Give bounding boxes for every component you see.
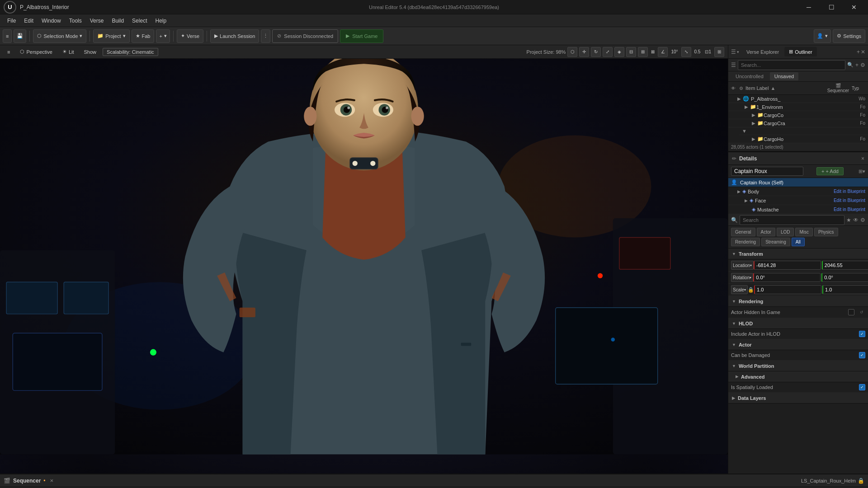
- tree-item-3[interactable]: ▶ 📁 CargoCra Fo: [728, 119, 868, 127]
- outliner-label-col[interactable]: Item Label ▲: [745, 85, 825, 91]
- advanced-section-header[interactable]: ▶ Advanced: [728, 371, 868, 382]
- lit-button[interactable]: ☀ Lit: [59, 48, 78, 56]
- edit-body-blueprint[interactable]: Edit in Blueprint: [834, 189, 865, 194]
- rotation-dropdown[interactable]: Rotation ▾: [731, 273, 753, 282]
- tree-item-1[interactable]: ▶ 📁 1_Environm Fo: [728, 103, 868, 111]
- fab-button[interactable]: ★ Fab: [132, 29, 155, 43]
- tree-expand-indicator[interactable]: ▼: [739, 127, 868, 135]
- edit-mustache-blueprint[interactable]: Edit in Blueprint: [834, 207, 865, 212]
- can-be-damaged-checkbox[interactable]: ✓: [859, 352, 865, 358]
- menu-verse[interactable]: Verse: [86, 17, 108, 25]
- perspective-button[interactable]: ⬡ Perspective: [16, 48, 56, 56]
- toolbar-more-button[interactable]: ⋮: [261, 29, 270, 43]
- sidebar-toggle-button[interactable]: ≡: [3, 29, 12, 43]
- settings-button[interactable]: ⚙ Settings: [833, 29, 865, 43]
- translate-icon[interactable]: ✛: [579, 47, 589, 57]
- edit-face-blueprint[interactable]: Edit in Blueprint: [834, 198, 865, 203]
- verse-explorer-tab[interactable]: Verse Explorer: [742, 47, 783, 56]
- scale-x-input[interactable]: [754, 285, 821, 294]
- panel-options-icon[interactable]: ☰: [731, 49, 736, 55]
- filter-uncontrolled[interactable]: Uncontrolled: [731, 72, 768, 80]
- menu-file[interactable]: File: [4, 17, 19, 25]
- launch-session-button[interactable]: ▶ Launch Session: [210, 29, 259, 43]
- cat-misc[interactable]: Misc: [795, 228, 813, 236]
- spatially-loaded-checkbox[interactable]: ✓: [859, 384, 865, 390]
- grid-snap-icon[interactable]: ⊞: [638, 47, 648, 57]
- viewport-canvas[interactable]: [0, 59, 728, 474]
- scale-icon[interactable]: ⤢: [603, 47, 613, 57]
- selected-actor-row[interactable]: 👤 Captain Roux (Self): [728, 178, 868, 187]
- transform-section-header[interactable]: ▼ Transform: [728, 249, 868, 259]
- add-icon[interactable]: +: [855, 62, 859, 68]
- rendering-section-header[interactable]: ▼ Rendering: [728, 296, 868, 307]
- hlod-section-header[interactable]: ▼ HLOD: [728, 318, 868, 329]
- location-dropdown[interactable]: Location ▾: [731, 261, 754, 270]
- data-layers-section-header[interactable]: ▶ Data Layers: [728, 393, 868, 404]
- panel-add-icon[interactable]: +: [857, 49, 860, 55]
- actor-name-input[interactable]: [731, 167, 803, 176]
- settings-icon[interactable]: ⚙: [860, 217, 865, 223]
- cat-lod[interactable]: LOD: [777, 228, 794, 236]
- details-search-input[interactable]: [740, 215, 844, 225]
- world-partition-section-header[interactable]: ▼ World Partition: [728, 361, 868, 371]
- menu-edit[interactable]: Edit: [20, 17, 37, 25]
- quick-add-button[interactable]: + ▾: [156, 29, 170, 43]
- verse-button[interactable]: ✦ Verse: [177, 29, 203, 43]
- settings-icon[interactable]: ⚙: [860, 62, 865, 68]
- chevron-icon[interactable]: ▾: [737, 50, 739, 54]
- save-button[interactable]: 💾: [14, 29, 26, 43]
- tree-item-0[interactable]: ▶ 🌐 P_Albatross_ Wo: [728, 95, 868, 103]
- cat-rendering[interactable]: Rendering: [731, 238, 760, 246]
- select-mode-icon[interactable]: ⬡: [567, 47, 577, 57]
- menu-select[interactable]: Select: [128, 17, 151, 25]
- cat-streaming[interactable]: Streaming: [761, 238, 790, 246]
- scale-lock-button[interactable]: 🔒: [748, 286, 754, 293]
- details-options-button[interactable]: ⊞▾: [859, 169, 865, 174]
- actor-hidden-reset[interactable]: ↺: [858, 309, 865, 316]
- show-button[interactable]: Show: [80, 48, 100, 56]
- details-close-button[interactable]: ×: [861, 155, 864, 162]
- add-component-button[interactable]: + + Add: [816, 167, 844, 175]
- scale-dropdown[interactable]: Scale ▾: [731, 285, 748, 294]
- menu-icon[interactable]: ☰: [731, 62, 736, 68]
- minimize-button[interactable]: ─: [798, 0, 819, 14]
- component-face-row[interactable]: ▶ ◈ Face Edit in Blueprint: [728, 196, 868, 205]
- actor-section-header[interactable]: ▼ Actor: [728, 339, 868, 350]
- angle-snap-icon[interactable]: ∠: [658, 47, 668, 57]
- menu-tools[interactable]: Tools: [66, 17, 85, 25]
- tree-item-2[interactable]: ▶ 📁 CargoCo Fo: [728, 111, 868, 119]
- filter-unsaved[interactable]: Unsaved: [770, 72, 798, 80]
- viewport-options-button[interactable]: ≡: [4, 48, 14, 56]
- cat-physics[interactable]: Physics: [814, 228, 838, 236]
- panel-close-icon[interactable]: ✕: [861, 49, 865, 55]
- location-x-input[interactable]: [754, 261, 821, 270]
- rotation-y-input[interactable]: [821, 273, 868, 282]
- include-hlod-checkbox[interactable]: ✓: [859, 331, 865, 337]
- maximize-viewport-icon[interactable]: ⊞: [714, 47, 724, 57]
- tree-item-4[interactable]: ▶ 📁 CargoHo Fo: [728, 135, 868, 143]
- scale-snap-icon[interactable]: ⤡: [681, 47, 691, 57]
- cat-all[interactable]: All: [792, 238, 805, 246]
- cat-actor[interactable]: Actor: [757, 228, 775, 236]
- maximize-button[interactable]: ☐: [821, 0, 842, 14]
- outliner-tab[interactable]: ⊞ Outliner: [784, 47, 817, 56]
- actor-hidden-checkbox[interactable]: [848, 309, 854, 315]
- sequencer-close-button[interactable]: ×: [50, 477, 54, 484]
- location-y-input[interactable]: [822, 261, 868, 270]
- close-button[interactable]: ✕: [844, 0, 864, 14]
- project-button[interactable]: 📁 Project ▾: [93, 29, 129, 43]
- surface-snapping-icon[interactable]: ⊟: [626, 47, 636, 57]
- component-body-row[interactable]: ▶ ◈ Body Edit in Blueprint: [728, 187, 868, 196]
- cat-general[interactable]: General: [731, 228, 755, 236]
- eye-icon[interactable]: 👁: [853, 217, 859, 223]
- selection-mode-button[interactable]: ⬡ Selection Mode ▾: [33, 29, 86, 43]
- bookmark-icon[interactable]: ★: [846, 217, 851, 223]
- start-game-button[interactable]: ▶ Start Game: [340, 29, 383, 43]
- menu-help[interactable]: Help: [151, 17, 170, 25]
- scale-y-input[interactable]: [822, 285, 868, 294]
- local-space-icon[interactable]: ◈: [614, 47, 624, 57]
- rotation-x-input[interactable]: [753, 273, 821, 282]
- component-mustache-row[interactable]: ◈ Mustache Edit in Blueprint: [728, 205, 868, 214]
- outliner-search-input[interactable]: [738, 60, 845, 70]
- user-settings-button[interactable]: 👤 ▾: [814, 29, 831, 43]
